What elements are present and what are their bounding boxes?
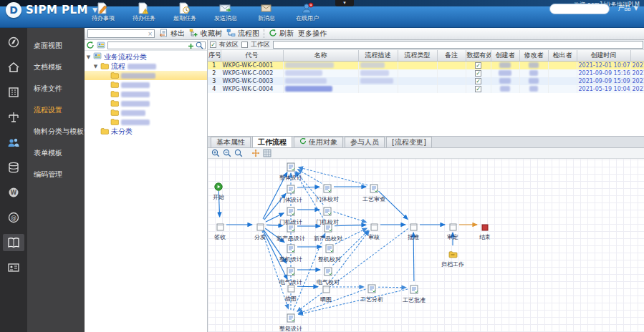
start-node-icon bbox=[214, 180, 223, 194]
flow-node-开始[interactable]: 开始 bbox=[196, 180, 241, 200]
zoom-in-icon[interactable] bbox=[211, 149, 220, 157]
flow-node-工艺分析[interactable]: 工艺分析 bbox=[349, 283, 395, 303]
flow-node-签收[interactable]: 签收 bbox=[197, 220, 243, 240]
top-toolbar-todo-tasks[interactable]: !待办任务 bbox=[127, 1, 161, 22]
toolbar-button-收藏树[interactable]: 收藏树 bbox=[189, 29, 222, 39]
move-icon[interactable] bbox=[251, 149, 260, 157]
column-header-名称[interactable]: 名称 bbox=[283, 50, 358, 62]
column-header-流程类型[interactable]: 流程类型 bbox=[398, 50, 437, 62]
rail-structure-icon[interactable] bbox=[3, 109, 24, 126]
sidebar-menu-item-5[interactable]: 表单模板 bbox=[27, 142, 85, 164]
tree-leaf-4[interactable] bbox=[85, 108, 207, 117]
tree-leaf-1[interactable] bbox=[85, 80, 207, 89]
tree-leaf-2[interactable] bbox=[85, 89, 207, 99]
tree-branch[interactable]: ▼流程 bbox=[85, 62, 207, 71]
toolbar-button-刷新[interactable]: 刷新 bbox=[269, 29, 294, 39]
search-icon[interactable] bbox=[196, 39, 203, 52]
top-toolbar-new-message[interactable]: 新消息 bbox=[249, 1, 284, 22]
tree-unclassified[interactable]: 未分类 bbox=[85, 127, 207, 136]
flow-node-归档工作[interactable]: 归档工作 bbox=[430, 248, 476, 268]
row-valid-checkbox[interactable]: ✓ bbox=[475, 78, 481, 84]
zoom-fit-icon[interactable] bbox=[234, 149, 243, 157]
table-row[interactable]: 3WKPG-WK-C-0003✓2021-09-09 15:092021-12-… bbox=[208, 77, 644, 85]
rail-compass-icon[interactable] bbox=[3, 34, 24, 51]
top-toolbar-overdue-tasks[interactable]: 超期任务 bbox=[168, 1, 202, 22]
sidebar-menu-item-3[interactable]: 流程设置 bbox=[27, 99, 85, 121]
tab-[流程变更][interactable]: [流程变更] bbox=[386, 137, 432, 147]
doc-node-icon bbox=[325, 243, 334, 256]
workflow-canvas[interactable]: 开始签收分发整体设计门体设计门机设计新产品设计整机设计电气设计描图整箱设计门体校… bbox=[208, 159, 644, 332]
flow-node-门体校对[interactable]: 门体校对 bbox=[304, 182, 350, 202]
sidebar-menu-item-4[interactable]: 物料分类与模板管理 bbox=[27, 121, 85, 142]
clear-icon[interactable]: × bbox=[148, 30, 153, 38]
tree-refresh-icon[interactable] bbox=[86, 39, 95, 52]
add-icon[interactable] bbox=[188, 39, 194, 52]
work-area-checkbox[interactable] bbox=[241, 42, 248, 48]
flow-node-工艺审查[interactable]: 工艺审查 bbox=[351, 182, 397, 202]
row-valid-checkbox[interactable]: ✓ bbox=[475, 70, 481, 77]
column-header-备注[interactable]: 备注 bbox=[437, 50, 466, 62]
tree-search-input[interactable] bbox=[107, 42, 206, 49]
rail-users-icon[interactable] bbox=[3, 134, 24, 151]
column-header-检出者[interactable]: 检出者 bbox=[548, 50, 577, 62]
flow-node-结束[interactable]: 结束 bbox=[462, 220, 508, 240]
toolbar-button-更多操作[interactable]: 更多操作 bbox=[298, 29, 327, 39]
table-row[interactable]: 4WKPG-WK-C-0004✓2021-05-19 10:042021-12-… bbox=[208, 85, 644, 93]
rail-database-icon[interactable] bbox=[3, 159, 24, 176]
top-toolbar-send-message[interactable]: 发送消息 bbox=[208, 1, 243, 22]
tree-root[interactable]: ▼业务流程分类 bbox=[85, 52, 207, 62]
flow-node-整箱设计[interactable]: 整箱设计 bbox=[268, 312, 314, 332]
flow-node-工艺批准[interactable]: 工艺批准 bbox=[391, 283, 437, 303]
tree-leaf-3[interactable] bbox=[85, 99, 207, 108]
tree-leaf-0[interactable] bbox=[85, 71, 207, 80]
top-toolbar-todo-items[interactable]: 待办事项 bbox=[86, 1, 120, 22]
rail-at-icon[interactable]: @ bbox=[3, 209, 24, 226]
search-scope-dropdown[interactable]: 产品 ▼ bbox=[618, 4, 638, 13]
valid-area-checkbox[interactable]: ✓ bbox=[210, 42, 216, 48]
column-header-数据有效[interactable]: 数据有效 bbox=[466, 50, 491, 62]
table-row[interactable]: 1WKPG-WK-C-0001✓2021-12-01 10:072021-12-… bbox=[208, 62, 644, 69]
global-search-input[interactable] bbox=[549, 4, 610, 14]
row-valid-checkbox[interactable]: ✓ bbox=[475, 62, 481, 69]
column-header-序号[interactable]: 序号 bbox=[208, 50, 221, 62]
rail-badge-w-icon[interactable]: W bbox=[3, 184, 24, 201]
tree-filter-input[interactable]: × bbox=[87, 29, 155, 38]
tab-工作流程[interactable]: 工作流程 bbox=[252, 136, 292, 147]
grid-icon[interactable] bbox=[263, 149, 271, 157]
row-valid-checkbox[interactable]: ✓ bbox=[475, 86, 481, 92]
tab-参与人员[interactable]: 参与人员 bbox=[345, 137, 385, 147]
tab-使用对象[interactable]: 使用对象 bbox=[294, 137, 343, 147]
column-header-修改时间[interactable]: 修改时间 bbox=[630, 50, 644, 62]
column-header-代号[interactable]: 代号 bbox=[221, 50, 283, 62]
sidebar-menu-item-1[interactable]: 文档模板 bbox=[27, 57, 85, 78]
sidebar-menu-item-0[interactable]: 桌面视图 bbox=[27, 35, 85, 57]
toolbar-collapse-tab[interactable]: ▾ bbox=[335, 0, 354, 6]
tab-基本属性[interactable]: 基本属性 bbox=[211, 137, 251, 147]
sidebar-menu-item-2[interactable]: 标准文件 bbox=[27, 78, 85, 99]
flow-node-晒图[interactable]: 晒图 bbox=[303, 283, 349, 303]
toolbar-button-移出[interactable]: 移出 bbox=[159, 29, 185, 39]
flow-node-整机校对[interactable]: 整机校对 bbox=[307, 243, 352, 263]
top-toolbar-online-users[interactable]: 9在线用户 bbox=[290, 1, 325, 22]
rail-idcard-icon[interactable] bbox=[3, 259, 24, 276]
rail-book-icon[interactable] bbox=[3, 234, 24, 251]
column-header-修改者[interactable]: 修改者 bbox=[519, 50, 548, 62]
rail-building-icon[interactable] bbox=[3, 84, 24, 101]
tree-expand-icon[interactable]: ▼ bbox=[86, 54, 91, 60]
tab-label: 参与人员 bbox=[350, 137, 379, 147]
tree-view-icon[interactable] bbox=[97, 39, 105, 52]
rail-home-icon[interactable] bbox=[3, 59, 24, 76]
column-header-流程描述[interactable]: 流程描述 bbox=[358, 50, 398, 62]
column-header-创建时间[interactable]: 创建时间 bbox=[577, 50, 630, 62]
column-header-创建者[interactable]: 创建者 bbox=[491, 50, 519, 62]
tree-leaf-5[interactable] bbox=[85, 117, 207, 127]
toolbar-button-流程图[interactable]: 流程图 bbox=[226, 29, 259, 39]
flow-node-整体设计[interactable]: 整体设计 bbox=[268, 161, 314, 181]
table-row[interactable]: 2WKPG-WK-C-0002✓2021-09-09 15:162021-12-… bbox=[208, 69, 644, 77]
sidebar-menu-item-6[interactable]: 编码管理 bbox=[27, 164, 85, 185]
flow-node-新产品校对[interactable]: 新产品校对 bbox=[305, 222, 351, 242]
quick-filter-input[interactable] bbox=[273, 41, 643, 49]
zoom-out-icon[interactable] bbox=[223, 149, 231, 157]
app-logo[interactable]: D SIPM PLM ▼ bbox=[6, 2, 97, 18]
tree-expand-icon[interactable]: ▼ bbox=[93, 64, 98, 69]
